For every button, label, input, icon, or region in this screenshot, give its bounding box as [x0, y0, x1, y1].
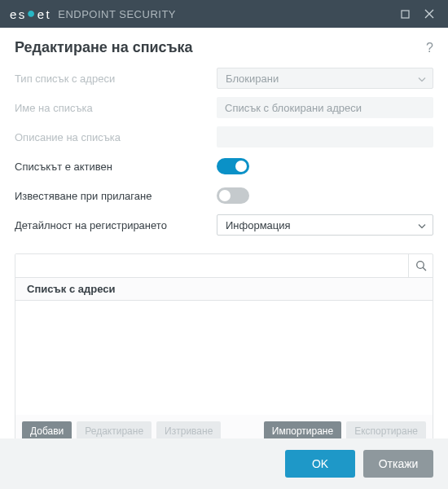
chevron-down-icon: [418, 73, 426, 85]
titlebar: e s ● e t ENDPOINT SECURITY: [0, 0, 448, 28]
input-list-name: Списък с блокирани адреси: [217, 97, 433, 118]
label-list-name: Име на списъка: [15, 102, 217, 114]
help-icon[interactable]: ?: [426, 41, 433, 55]
product-name: ENDPOINT SECURITY: [58, 8, 176, 20]
label-list-active: Списъкът е активен: [15, 161, 217, 173]
address-list-panel: Списък с адреси Добави Редактиране Изтри…: [15, 253, 433, 448]
input-value: Списък с блокирани адреси: [225, 102, 362, 114]
brand-letter: e: [37, 7, 45, 21]
dialog-footer: OK Откажи: [0, 438, 448, 489]
brand-letter: s: [19, 7, 25, 21]
brand-letter: e: [10, 7, 17, 21]
svg-point-1: [416, 262, 424, 269]
input-list-description: [217, 126, 433, 148]
ok-button[interactable]: OK: [285, 450, 355, 478]
brand-letter: t: [46, 7, 51, 21]
label-address-list-type: Тип списък с адреси: [15, 73, 217, 85]
search-button[interactable]: [408, 254, 433, 277]
page-title: Редактиране на списъка: [15, 39, 193, 56]
brand-logo: e s ● e t: [10, 7, 50, 21]
select-value: Информация: [226, 219, 291, 231]
search-icon: [415, 260, 427, 271]
svg-rect-0: [402, 11, 409, 18]
search-input[interactable]: [15, 254, 408, 277]
label-notify-on-apply: Известяване при прилагане: [15, 190, 217, 202]
list-column-header[interactable]: Списък с адреси: [15, 278, 433, 301]
select-log-detail[interactable]: Информация: [217, 214, 433, 236]
chevron-down-icon: [418, 219, 426, 231]
select-address-list-type: Блокирани: [217, 68, 433, 89]
maximize-button[interactable]: [393, 0, 417, 28]
label-list-description: Описание на списъка: [15, 131, 217, 143]
cancel-button[interactable]: Откажи: [363, 450, 433, 478]
toggle-notify-on-apply[interactable]: [217, 187, 249, 204]
select-value: Блокирани: [226, 73, 279, 85]
label-log-detail: Детайлност на регистрирането: [15, 219, 217, 231]
list-body[interactable]: [15, 301, 433, 415]
close-button[interactable]: [417, 0, 441, 28]
toggle-list-active[interactable]: [217, 158, 249, 174]
